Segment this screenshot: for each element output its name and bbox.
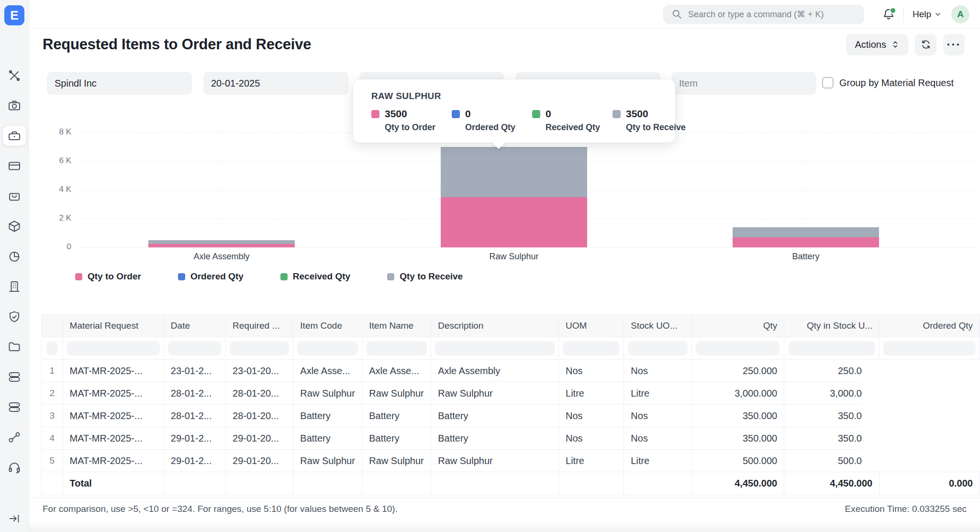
sidebar-item-shield-check[interactable] bbox=[0, 301, 29, 332]
legend-item[interactable]: Qty to Receive bbox=[387, 271, 463, 282]
table-cell: MAT-MR-2025-... bbox=[63, 382, 164, 405]
chevron-down-icon bbox=[934, 11, 942, 18]
table-cell: Raw Sulphur bbox=[293, 450, 362, 472]
group-by-checkbox[interactable] bbox=[822, 77, 834, 89]
sidebar-item-package[interactable] bbox=[0, 211, 29, 241]
column-filter-input[interactable] bbox=[168, 341, 222, 355]
filter-hint-text: For comparison, use >5, <10 or =324. For… bbox=[43, 504, 398, 514]
table-cell: 3,000.000 bbox=[692, 382, 784, 405]
column-header[interactable]: Description bbox=[431, 315, 559, 337]
folder-icon bbox=[7, 340, 22, 354]
legend-item[interactable]: Received Qty bbox=[280, 271, 350, 282]
table-cell: MAT-MR-2025-... bbox=[63, 360, 164, 382]
column-header[interactable]: Required ... bbox=[226, 315, 293, 337]
column-header[interactable]: Ordered Qty bbox=[880, 315, 980, 337]
bar-segment-qty-to-receive[interactable] bbox=[733, 227, 879, 237]
sidebar-item-shopping-bag[interactable] bbox=[0, 181, 29, 211]
table-total-row: Total4,450.0004,450.0000.000 bbox=[42, 472, 980, 495]
database-rows-2-icon bbox=[7, 400, 22, 414]
table-cell: 28-01-2... bbox=[164, 382, 225, 405]
column-header[interactable]: Qty bbox=[692, 315, 784, 337]
column-filter-input[interactable] bbox=[628, 341, 688, 355]
sidebar-item-database-rows-2[interactable] bbox=[0, 392, 29, 422]
bar-segment-qty-to-order[interactable] bbox=[441, 197, 587, 247]
legend-label: Qty to Order bbox=[88, 271, 141, 282]
filter-company[interactable]: Spindl Inc bbox=[47, 72, 192, 95]
sidebar-item-camera-box[interactable] bbox=[0, 90, 29, 121]
column-filter-input[interactable] bbox=[366, 341, 427, 355]
column-header[interactable]: Item Code bbox=[293, 315, 362, 337]
table-row: 5MAT-MR-2025-...29-01-2...29-01-20...Raw… bbox=[42, 450, 980, 472]
table-cell: 350.000 bbox=[692, 405, 784, 427]
avatar[interactable]: A bbox=[951, 5, 969, 23]
table-cell: Litre bbox=[624, 450, 692, 472]
bar-segment-qty-to-order[interactable] bbox=[148, 244, 295, 248]
bar-axle-assembly[interactable] bbox=[148, 240, 295, 247]
column-header[interactable]: Qty in Stock U... bbox=[784, 315, 880, 337]
column-filter-input[interactable] bbox=[435, 341, 555, 355]
page-title: Requested Items to Order and Receive bbox=[43, 36, 311, 53]
legend-item[interactable]: Ordered Qty bbox=[178, 271, 244, 282]
table-cell: Battery bbox=[431, 405, 559, 427]
refresh-button[interactable] bbox=[915, 34, 936, 55]
column-filter-input[interactable] bbox=[696, 341, 780, 355]
app-logo-letter: E bbox=[10, 9, 18, 22]
table-cell: 29-01-2... bbox=[164, 450, 225, 472]
tooltip-swatch bbox=[452, 110, 460, 118]
column-header[interactable]: Material Request bbox=[63, 315, 164, 337]
actions-button[interactable]: Actions bbox=[846, 34, 908, 55]
sidebar-item-tools[interactable] bbox=[0, 60, 29, 90]
table-cell: MAT-MR-2025-... bbox=[63, 405, 164, 427]
sidebar-item-headset[interactable] bbox=[0, 452, 29, 482]
app-logo[interactable]: E bbox=[4, 5, 24, 25]
report-table: Material RequestDateRequired ...Item Cod… bbox=[41, 314, 980, 495]
filter-item[interactable]: Item bbox=[671, 72, 816, 95]
notifications-bell-icon[interactable] bbox=[881, 7, 896, 22]
database-rows-icon bbox=[7, 370, 22, 384]
sidebar-item-link-nodes[interactable] bbox=[0, 422, 29, 452]
y-axis-tick-label: 0 bbox=[29, 242, 71, 252]
legend-label: Ordered Qty bbox=[190, 271, 244, 282]
report-table-wrap: Material RequestDateRequired ...Item Cod… bbox=[41, 314, 980, 495]
column-header[interactable]: UOM bbox=[559, 315, 624, 337]
search-input[interactable]: Search or type a command (⌘ + K) bbox=[663, 5, 864, 24]
column-header[interactable]: Date bbox=[164, 315, 225, 337]
sidebar-item-database-rows[interactable] bbox=[0, 362, 29, 392]
table-cell: MAT-MR-2025-... bbox=[63, 427, 164, 450]
bar-segment-qty-to-order[interactable] bbox=[733, 237, 879, 247]
legend-item[interactable]: Qty to Order bbox=[75, 271, 141, 282]
collapse-sidebar-icon[interactable] bbox=[0, 512, 29, 525]
table-cell: Battery bbox=[362, 405, 431, 427]
bar-segment-qty-to-receive[interactable] bbox=[441, 147, 587, 197]
bar-raw-sulphur[interactable] bbox=[441, 147, 587, 247]
shopping-bag-icon bbox=[7, 189, 22, 203]
filter-from-date[interactable]: 20-01-2025 bbox=[203, 72, 348, 95]
column-filter-input[interactable] bbox=[67, 341, 160, 355]
row-number: 2 bbox=[42, 382, 63, 405]
column-filter-input[interactable] bbox=[297, 341, 358, 355]
gridline bbox=[77, 247, 977, 248]
column-header[interactable]: Item Name bbox=[362, 315, 431, 337]
column-filter-input[interactable] bbox=[230, 341, 289, 355]
x-axis-category-label: Battery bbox=[733, 252, 879, 262]
sidebar-item-folder[interactable] bbox=[0, 332, 29, 362]
column-filter-input[interactable] bbox=[883, 341, 976, 355]
bar-segment-qty-to-receive[interactable] bbox=[148, 240, 295, 244]
sidebar-item-toolbox[interactable] bbox=[0, 121, 29, 151]
tooltip-label: Qty to Receive bbox=[626, 122, 693, 133]
bar-battery[interactable] bbox=[733, 227, 879, 247]
main-area: Search or type a command (⌘ + K) Help A … bbox=[29, 0, 980, 532]
column-header[interactable]: Stock UO... bbox=[624, 315, 692, 337]
help-menu[interactable]: Help bbox=[913, 9, 942, 20]
tooltip-entry: 0Received Qty bbox=[532, 108, 612, 133]
sidebar-item-pie-chart[interactable] bbox=[0, 241, 29, 271]
column-filter-input[interactable] bbox=[563, 341, 620, 355]
tooltip-swatch bbox=[612, 110, 621, 118]
column-filter-input[interactable] bbox=[788, 341, 875, 355]
column-header[interactable] bbox=[42, 315, 63, 337]
column-filter-input[interactable] bbox=[46, 341, 58, 355]
more-menu-button[interactable]: ··· bbox=[943, 34, 965, 55]
table-header-row: Material RequestDateRequired ...Item Cod… bbox=[42, 315, 980, 337]
sidebar-item-card[interactable] bbox=[0, 151, 29, 181]
sidebar-item-building[interactable] bbox=[0, 271, 29, 301]
